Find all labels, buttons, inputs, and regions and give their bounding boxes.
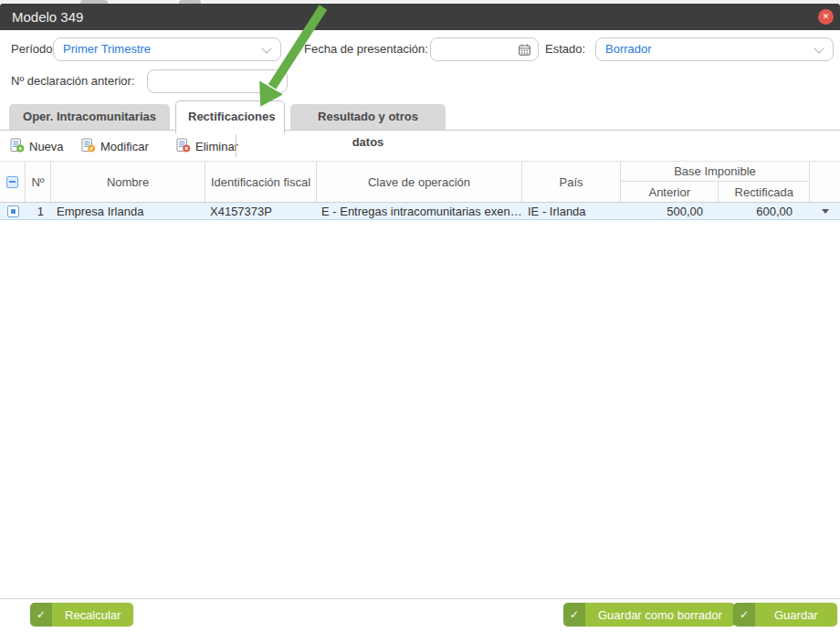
modal-modelo-349: Modelo 349 ✕ Período: Primer Trimestre F… [0,0,840,632]
chevron-down-icon [261,43,271,53]
num-declaracion-anterior-field [147,69,288,93]
tab-oper-intracomunitarias[interactable]: Oper. Intracomunitarias [9,104,170,130]
edit-record-icon [80,138,96,155]
delete-record-icon [175,138,191,155]
toolbar-separator [236,134,236,157]
fecha-presentacion-field [430,37,539,61]
column-header-num[interactable]: Nº [26,162,51,202]
modificar-button-label: Modificar [100,140,149,153]
table-row[interactable]: 1 Empresa Irlanda X4157373P E - Entregas… [0,203,840,220]
num-declaracion-anterior-label: Nº declaración anterior: [11,69,135,93]
dialog-titlebar: Modelo 349 ✕ [0,4,840,30]
dialog-title: Modelo 349 [12,4,83,30]
column-header-anterior[interactable]: Anterior [621,182,718,202]
column-header-rectificada[interactable]: Rectificada [718,182,809,202]
check-icon: ✓ [30,603,52,627]
periodo-select[interactable]: Primer Trimestre [53,37,281,61]
column-header-actions [810,162,840,202]
cell-base-anterior: 500,00 [621,203,719,219]
cell-nombre: Empresa Irlanda [51,203,205,219]
footer-divider [0,598,840,599]
guardar-como-borrador-button-label: Guardar como borrador [585,603,735,627]
nueva-button-label: Nueva [29,140,64,153]
chevron-down-icon [814,43,824,53]
cell-num: 1 [26,203,51,219]
check-icon: ✓ [563,603,585,627]
cell-base-rectificada: 600,00 [719,203,810,219]
row-checkbox[interactable] [7,205,19,217]
check-icon: ✓ [733,603,755,627]
column-header-pais[interactable]: País [522,162,621,202]
recalcular-button[interactable]: ✓ Recalcular [30,603,133,627]
fecha-presentacion-label: Fecha de presentación: [304,37,428,61]
column-header-clave[interactable]: Clave de operación [317,162,522,202]
estado-label: Estado: [545,37,585,61]
cell-id-fiscal: X4157373P [205,203,317,219]
tabs-divider [0,130,840,131]
checked-glyph [11,209,16,214]
new-record-icon [9,138,25,155]
grid-header: Nº Nombre Identificación fiscal Clave de… [0,161,840,203]
modificar-button[interactable]: Modificar [77,135,152,157]
column-header-nombre[interactable]: Nombre [51,162,205,202]
calendar-icon[interactable] [518,43,531,60]
close-icon[interactable]: ✕ [818,9,834,25]
guardar-button[interactable]: ✓ Guardar [733,603,837,627]
select-all-cell [0,162,26,202]
estado-selected-value: Borrador [605,38,652,60]
nueva-button[interactable]: Nueva [5,135,68,157]
guardar-button-label: Guardar [755,603,837,627]
minus-glyph [9,181,16,183]
guardar-como-borrador-button[interactable]: ✓ Guardar como borrador [563,603,735,627]
recalcular-button-label: Recalcular [52,603,133,627]
row-dropdown-icon[interactable] [822,209,829,214]
group-header-base-imponible: Base Imponible [621,162,809,182]
eliminar-button[interactable]: Eliminar [172,135,242,157]
select-all-checkbox[interactable] [6,176,18,188]
cell-pais: IE - Irlanda [522,203,621,219]
row-actions-cell [810,203,840,219]
column-group-base-imponible: Base Imponible Anterior Rectificada [621,162,810,202]
cell-clave: E - Entregas intracomunitarias exent… [317,203,522,219]
cell-clave-text: E - Entregas intracomunitarias exent… [321,205,522,218]
eliminar-button-label: Eliminar [195,140,238,153]
estado-select[interactable]: Borrador [595,37,834,61]
tab-rectificaciones[interactable]: Rectificaciones [175,100,285,133]
column-header-id-fiscal[interactable]: Identificación fiscal [205,162,317,202]
tab-resultado-y-otros-datos[interactable]: Resultado y otros datos [290,104,446,130]
periodo-label: Período: [11,37,56,61]
num-declaracion-anterior-input[interactable] [148,70,287,92]
row-select-cell [0,203,26,219]
periodo-selected-value: Primer Trimestre [63,38,151,60]
annotation-arrow-icon [0,0,840,632]
